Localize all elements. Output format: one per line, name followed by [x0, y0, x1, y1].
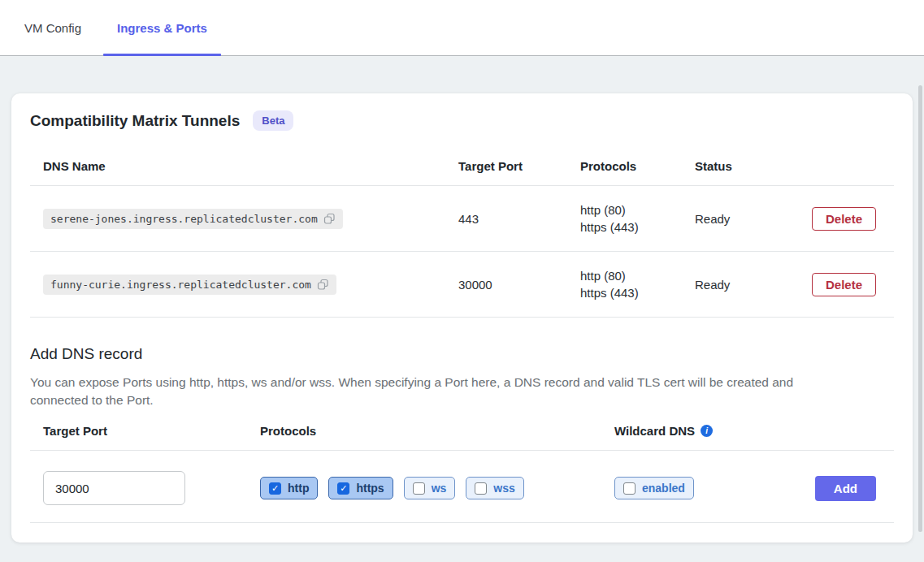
protocol-label: http — [288, 482, 309, 495]
tab-vm-config[interactable]: VM Config — [11, 0, 95, 55]
form-col-header-actions — [796, 424, 894, 438]
protocol-checkbox-ws[interactable]: ✓ ws — [404, 477, 456, 499]
copy-icon[interactable] — [317, 279, 329, 291]
wildcard-enabled-label: enabled — [642, 482, 685, 495]
tab-bar: VM Config Ingress & Ports — [0, 0, 924, 56]
table-row: funny-curie.ingress.replicatedcluster.co… — [30, 252, 894, 318]
dns-name-text: funny-curie.ingress.replicatedcluster.co… — [50, 279, 311, 291]
protocol-label: https — [356, 482, 384, 495]
add-form-row: ✓ http ✓ https ✓ ws ✓ wss ✓ — [30, 451, 894, 523]
protocol-checkbox-http[interactable]: ✓ http — [260, 477, 318, 499]
protocol-entry: http (80) — [580, 267, 682, 284]
card-title: Compatibility Matrix Tunnels — [30, 112, 240, 130]
col-header-protocols: Protocols — [567, 159, 682, 173]
target-port-input[interactable] — [43, 471, 185, 505]
tunnels-card: Compatibility Matrix Tunnels Beta DNS Na… — [11, 93, 913, 543]
delete-button[interactable]: Delete — [812, 207, 876, 231]
dns-name-cell: funny-curie.ingress.replicatedcluster.co… — [30, 275, 445, 295]
status-cell: Ready — [682, 278, 796, 292]
wildcard-dns-cell: ✓ enabled — [601, 477, 796, 499]
add-button-cell: Add — [796, 476, 894, 501]
actions-cell: Delete — [796, 207, 894, 231]
form-col-header-protocols: Protocols — [247, 424, 601, 438]
info-icon[interactable]: i — [701, 425, 713, 437]
target-port-field-cell — [30, 471, 247, 505]
col-header-target-port: Target Port — [445, 159, 567, 173]
form-col-header-wildcard-dns: Wildcard DNS i — [601, 424, 796, 438]
protocol-entry: https (443) — [580, 218, 682, 236]
dns-name-pill: funny-curie.ingress.replicatedcluster.co… — [43, 275, 336, 295]
protocol-checkbox-wss[interactable]: ✓ wss — [466, 477, 523, 499]
dns-name-cell: serene-jones.ingress.replicatedcluster.c… — [30, 209, 445, 229]
add-dns-record-heading: Add DNS record — [30, 345, 894, 363]
form-col-header-target-port: Target Port — [30, 424, 247, 438]
protocol-options: ✓ http ✓ https ✓ ws ✓ wss — [247, 477, 601, 499]
checkbox-icon: ✓ — [623, 482, 636, 495]
protocol-entry: http (80) — [580, 201, 682, 218]
card-header: Compatibility Matrix Tunnels Beta — [30, 110, 894, 131]
table-header-row: DNS Name Target Port Protocols Status — [30, 147, 894, 186]
add-form-header-row: Target Port Protocols Wildcard DNS i — [30, 424, 894, 451]
checkbox-icon: ✓ — [337, 482, 349, 495]
scrollbar-thumb[interactable] — [918, 85, 922, 532]
dns-name-text: serene-jones.ingress.replicatedcluster.c… — [50, 213, 318, 225]
checkbox-icon: ✓ — [475, 482, 487, 495]
target-port-cell: 30000 — [445, 278, 567, 292]
add-dns-record-description: You can expose Ports using http, https, … — [30, 374, 847, 409]
tunnels-table: DNS Name Target Port Protocols Status se… — [30, 147, 894, 318]
checkbox-icon: ✓ — [413, 482, 425, 495]
target-port-cell: 443 — [445, 212, 567, 226]
page-content: Compatibility Matrix Tunnels Beta DNS Na… — [0, 56, 924, 543]
dns-name-pill: serene-jones.ingress.replicatedcluster.c… — [43, 209, 343, 229]
beta-badge: Beta — [253, 110, 293, 131]
col-header-dns-name: DNS Name — [30, 159, 445, 173]
add-button[interactable]: Add — [815, 476, 876, 501]
protocols-cell: http (80) https (443) — [567, 201, 682, 236]
checkbox-icon: ✓ — [269, 482, 281, 495]
protocol-label: wss — [493, 482, 514, 495]
protocol-entry: https (443) — [580, 284, 682, 301]
wildcard-dns-label: Wildcard DNS — [614, 424, 695, 438]
status-cell: Ready — [682, 212, 796, 226]
tab-ingress-ports[interactable]: Ingress & Ports — [103, 0, 221, 55]
protocol-checkbox-https[interactable]: ✓ https — [328, 477, 393, 499]
table-row: serene-jones.ingress.replicatedcluster.c… — [30, 186, 894, 252]
delete-button[interactable]: Delete — [812, 273, 876, 296]
col-header-status: Status — [682, 159, 796, 173]
protocols-cell: http (80) https (443) — [567, 267, 682, 301]
protocol-label: ws — [432, 482, 447, 495]
copy-icon[interactable] — [323, 213, 336, 225]
wildcard-enabled-checkbox[interactable]: ✓ enabled — [614, 477, 694, 499]
actions-cell: Delete — [796, 273, 894, 296]
